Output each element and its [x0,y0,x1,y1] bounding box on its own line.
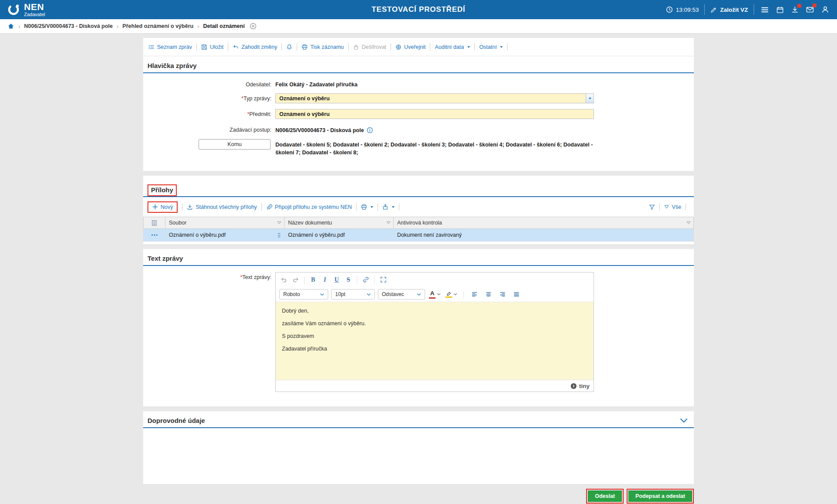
user-button[interactable] [820,5,830,14]
home-icon [7,23,14,30]
insert-link-button[interactable] [360,274,371,285]
editor-separator [374,276,375,284]
odeslat-button[interactable]: Odeslat [588,490,622,502]
row-menu-icon[interactable] [151,234,158,236]
nen-home-link[interactable]: NEN Zadavatel [7,2,45,17]
typ-zpravy-select[interactable]: Oznámení o výběru [275,93,594,103]
column-header-soubor[interactable]: Soubor [165,217,285,229]
column-header-antivirova-kontrola[interactable]: Antivirová kontrola [394,217,694,229]
compose-icon [710,7,717,13]
font-family-select[interactable]: Roboto [279,289,328,300]
chevron-down-icon [437,293,441,296]
column-filter-icon[interactable] [277,221,281,225]
export-icon [382,204,388,210]
downloads-button[interactable] [790,5,799,14]
close-detail-button[interactable] [250,23,257,30]
column-filter-icon[interactable] [386,221,391,225]
attachments-title-annotation: Přílohy [148,184,177,196]
messages-button[interactable] [805,5,815,14]
section-header-doprovodne: Doprovodné údaje [143,411,694,428]
caret-down-icon [392,206,394,208]
main-menu-button[interactable] [760,5,770,15]
filter-button[interactable] [648,204,656,210]
italic-button[interactable]: I [319,274,330,285]
print-attachments-button[interactable] [360,204,374,210]
highlight-color-button[interactable] [445,290,458,299]
attachments-table-header-row: Soubor Název dokumentu Antivirová kontro… [144,217,694,229]
odesilatel-label: Odesilatel: [143,79,271,88]
breadcrumb-separator: › [18,23,20,30]
bold-icon: B [311,276,315,283]
seznam-zprav-button[interactable]: Seznam zpráv [148,44,193,50]
toolbar-separator [659,203,660,211]
rich-text-editor: B I U S [275,272,594,392]
attachments-toolbar: Nový Stáhnout všechny přílohy Připojit p… [143,197,694,217]
align-right-button[interactable] [497,289,508,300]
breadcrumb-item-procedure[interactable]: N006/25/V00004673 - Disková pole [24,23,113,29]
section-title: Přílohy [151,186,173,194]
font-size-select[interactable]: 10pt [331,289,375,300]
odeslat-annotation: Odeslat [586,489,624,504]
align-left-button[interactable] [469,289,480,300]
toolbar-separator [196,43,197,51]
export-attachments-button[interactable] [381,204,395,210]
podepsat-a-odeslat-button[interactable]: Podepsat a odeslat [628,490,692,502]
filter-vse-button[interactable]: Vše [663,204,682,210]
calendar-button[interactable] [775,5,785,14]
caret-down-icon [500,46,503,48]
topbar-divider [704,4,705,15]
tisk-zaznamu-button[interactable]: Tisk záznamu [301,44,345,50]
column-filter-icon[interactable] [686,221,691,225]
predmet-input[interactable] [275,109,594,119]
caret-down-icon [467,46,470,48]
bold-button[interactable]: B [308,274,319,285]
strikethrough-button[interactable]: S [343,274,354,285]
auditni-data-button[interactable]: Auditní data [434,44,471,50]
stahnout-vsechny-prilohy-button[interactable]: Stáhnout všechny přílohy [186,204,257,210]
link-icon [363,276,369,283]
close-circle-icon [250,23,257,30]
attachment-row[interactable]: Oznámení o výběru.pdf Oznámení o výběru.… [144,229,694,242]
fullscreen-button[interactable] [378,274,389,285]
editor-content-area[interactable]: Dobrý den, zasíláme Vám oznámení o výběr… [276,302,593,380]
komu-button[interactable]: Komu [199,139,271,150]
predmet-label: *Předmět: [143,109,271,119]
info-icon[interactable] [367,127,373,133]
toolbar-separator [182,203,182,211]
undo-button[interactable] [278,274,289,285]
tiny-logo-icon [570,383,577,389]
column-header-nazev-dokumentu[interactable]: Název dokumentu [285,217,394,229]
ostatni-button[interactable]: Ostatní [478,44,504,50]
novy-button[interactable]: Nový [148,201,178,213]
messages-notification-badge [813,3,816,7]
uverejnit-button[interactable]: Uveřejnit [394,44,426,50]
align-center-button[interactable] [483,289,494,300]
accompanying-data-card: Doprovodné údaje [143,411,694,484]
text-color-icon: A [430,290,435,296]
editor-separator [463,290,464,298]
user-icon [821,6,829,14]
block-format-select[interactable]: Odstavec [378,289,425,300]
align-justify-button[interactable] [511,289,522,300]
text-color-button[interactable]: A [428,289,442,300]
breadcrumb-item-overview[interactable]: Přehled oznámení o výběru [123,23,194,29]
select-arrow-button[interactable] [586,94,593,103]
align-right-icon [499,291,506,298]
message-header-form: Odesilatel: Felix Okátý - Zadavatel přír… [143,73,694,171]
clock-icon [666,6,673,13]
watch-bell-button[interactable] [285,44,293,50]
server-time-value: 13:09:53 [676,7,699,13]
create-vz-button[interactable]: Založit VZ [710,7,748,13]
attachments-card: Přílohy Nový Stáhnout všechny přílohy [143,176,694,244]
home-button[interactable] [7,23,14,30]
topbar-divider [754,4,754,15]
pripojit-prilohu-button[interactable]: Připojit přílohu ze systému NEN [265,204,353,210]
ulozit-button[interactable]: Uložit [200,44,224,50]
redo-button[interactable] [290,274,301,285]
drag-handle-icon[interactable] [278,232,281,238]
zahodit-zmeny-button[interactable]: Zahodit změny [232,44,278,50]
message-text-form: *Text zprávy: B I [143,266,694,406]
section-collapse-button[interactable] [678,418,689,423]
column-settings-header[interactable] [144,217,165,229]
underline-button[interactable]: U [331,274,342,285]
